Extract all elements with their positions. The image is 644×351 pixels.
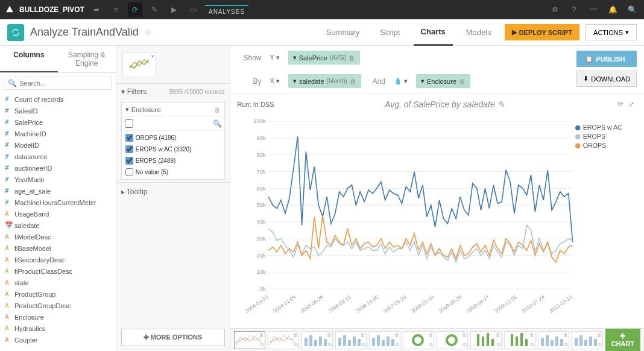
copy-icon[interactable]: ⧉ [260, 342, 264, 348]
chart-thumb[interactable]: 🗑⧉ [504, 331, 535, 349]
more-options-button[interactable]: ✚ MORE OPTIONS [121, 329, 225, 346]
edit-icon[interactable]: ✎ [497, 100, 505, 109]
trash-icon[interactable]: 🗑 [563, 332, 568, 338]
column-item[interactable]: ACoupler [0, 334, 116, 346]
column-item[interactable]: AfiProductClassDesc [0, 265, 116, 277]
tab-columns[interactable]: Columns [0, 46, 58, 72]
copy-icon[interactable]: ⧉ [429, 342, 433, 348]
chart-thumb[interactable]: 🗑⧉ [301, 331, 333, 349]
trash-icon[interactable]: 🗑 [214, 106, 221, 113]
column-item[interactable]: AUsageBand [0, 208, 116, 220]
expand-icon[interactable]: ⤢ [626, 100, 637, 109]
tab-sampling[interactable]: Sampling & Engine [58, 46, 116, 72]
add-chart-button[interactable]: ✚ CHART [605, 329, 641, 351]
copy-icon[interactable]: ⧉ [497, 342, 500, 348]
trash-icon[interactable]: 🗑 [597, 332, 602, 338]
x-axis-button[interactable]: X ▾ [268, 75, 282, 87]
column-item[interactable]: 📅saledate [0, 220, 116, 231]
copy-icon[interactable]: ⧉ [564, 342, 568, 348]
tab-script[interactable]: Script [373, 19, 407, 46]
trash-icon[interactable]: 🗑 [496, 332, 500, 338]
gear-icon[interactable]: ⚙ [548, 2, 562, 17]
column-item[interactable]: AHydraulics [0, 323, 116, 334]
trash-icon[interactable]: 🗑 [462, 332, 467, 338]
column-item[interactable]: Astate [0, 277, 116, 288]
play-icon[interactable]: ▶ [166, 2, 181, 17]
deploy-button[interactable]: ▶ DEPLOY SCRIPT [505, 24, 579, 40]
copy-icon[interactable]: ⧉ [362, 342, 365, 348]
filter-option[interactable]: EROPS (2489) [122, 155, 224, 166]
copy-icon[interactable]: ⧉ [396, 342, 399, 348]
column-item[interactable]: AProductGroup [0, 288, 116, 300]
bell-icon[interactable]: 🔔 [605, 2, 620, 17]
chart-thumb[interactable]: 🗑⧉ [538, 331, 569, 349]
column-item[interactable]: AEnclosure [0, 311, 116, 323]
column-item[interactable]: #Count of records [0, 93, 116, 105]
copy-icon[interactable]: ⧉ [531, 342, 534, 348]
caret-icon[interactable]: ▾ [125, 106, 129, 113]
project-title[interactable]: BULLDOZE_PIVOT [19, 5, 84, 14]
trash-icon[interactable]: 🗑 [349, 54, 355, 62]
by-pill[interactable]: ▾ saledate (Month)🗑 [288, 74, 361, 88]
column-item[interactable]: AfiSecondaryDesc [0, 254, 116, 265]
filter-option[interactable]: No value (5) [122, 166, 224, 178]
caret-icon[interactable]: ▾ [121, 87, 125, 96]
column-item[interactable]: #auctioneerID [0, 162, 116, 174]
notebook-icon[interactable]: ✎ [147, 2, 162, 17]
column-item[interactable]: #MachineID [0, 128, 116, 139]
dashboard-icon[interactable]: ▭ [186, 2, 200, 17]
filter-all-checkbox[interactable] [124, 119, 134, 128]
chart-type-thumb[interactable] [122, 52, 156, 77]
trash-icon[interactable]: 🗑 [361, 332, 365, 338]
column-item[interactable]: #age_at_sale [0, 185, 116, 197]
trash-icon[interactable]: 🗑 [428, 332, 433, 338]
trash-icon[interactable]: 🗑 [293, 332, 298, 338]
column-item[interactable]: #YearMade [0, 174, 116, 185]
filter-option[interactable]: OROPS (4186) [122, 132, 224, 144]
search-icon[interactable]: 🔍 [625, 2, 639, 17]
trash-icon[interactable]: 🗑 [529, 332, 534, 338]
color-button[interactable]: 💧 ▾ [391, 75, 410, 87]
actions-button[interactable]: ACTIONS ▾ [586, 24, 637, 40]
dataset-icon[interactable]: ≡ [109, 2, 123, 17]
show-pill[interactable]: ▾ SalePrice (AVG)🗑 [288, 51, 360, 65]
refresh-icon[interactable]: ⟳ [615, 100, 626, 109]
trash-icon[interactable]: 🗑 [259, 332, 264, 338]
and-pill[interactable]: ▾ Enclosure🗑 [416, 74, 470, 88]
column-item[interactable]: AProductGroupDesc [0, 300, 116, 311]
chart-thumb[interactable]: 🗑⧉ [437, 331, 468, 349]
activity-icon[interactable]: 〰 [586, 2, 601, 17]
trash-icon[interactable]: 🗑 [394, 332, 399, 338]
column-item[interactable]: #datasource [0, 151, 116, 162]
publish-button[interactable]: 📋 PUBLISH [576, 51, 637, 67]
copy-icon[interactable]: ⧉ [463, 342, 467, 348]
app-logo[interactable] [5, 4, 14, 16]
chart-thumb[interactable]: 🗑⧉ [234, 331, 265, 349]
column-item[interactable]: #MachineHoursCurrentMeter [0, 197, 116, 208]
y-axis-button[interactable]: Y ▾ [268, 51, 282, 64]
chart-thumb[interactable]: 🗑⧉ [335, 331, 367, 349]
column-item[interactable]: #SalePrice [0, 116, 116, 128]
column-item[interactable]: AfiModelDesc [0, 231, 116, 242]
help-icon[interactable]: ? [567, 2, 581, 17]
copy-icon[interactable]: ⧉ [598, 342, 602, 348]
download-button[interactable]: ⬇ DOWNLOAD [576, 71, 637, 87]
column-search-input[interactable] [19, 80, 108, 87]
chart-thumb[interactable]: 🗑⧉ [403, 331, 434, 349]
caret-icon[interactable]: ▸ [121, 188, 125, 196]
filter-search-input[interactable] [136, 119, 213, 128]
chart-thumb[interactable]: 🗑⧉ [268, 331, 299, 349]
flow-icon[interactable]: ➦ [89, 2, 104, 17]
trash-icon[interactable]: 🗑 [350, 78, 356, 85]
chart-thumb[interactable]: 🗑⧉ [572, 331, 603, 349]
column-item[interactable]: AfiBaseModel [0, 242, 116, 254]
trash-icon[interactable]: 🗑 [327, 332, 332, 338]
chart-thumb[interactable]: 🗑⧉ [470, 331, 502, 349]
target-icon[interactable]: ◎ [145, 28, 151, 37]
copy-icon[interactable]: ⧉ [294, 342, 298, 348]
copy-icon[interactable]: ⧉ [328, 342, 332, 348]
tab-summary[interactable]: Summary [319, 19, 367, 46]
filter-option[interactable]: EROPS w AC (3320) [122, 144, 224, 155]
tab-models[interactable]: Models [459, 19, 499, 46]
tab-charts[interactable]: Charts [414, 19, 453, 46]
